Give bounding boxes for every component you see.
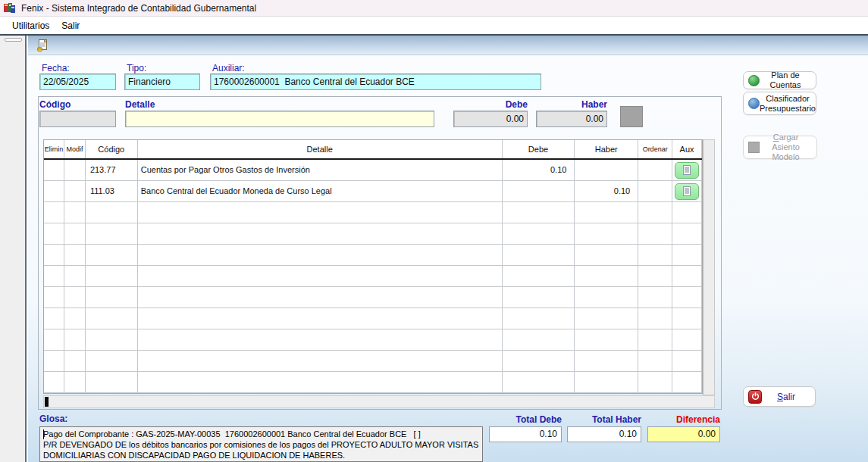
header-haber: Haber [575, 140, 638, 158]
table-cell [138, 372, 503, 393]
cell-detalle: Banco Central del Ecuador Moneda de Curs… [138, 181, 503, 202]
aux-detail-button[interactable] [675, 183, 699, 200]
header-detalle: Detalle [138, 140, 503, 158]
table-cell [503, 287, 575, 308]
table-cell [64, 287, 86, 308]
blue-sphere-icon [748, 98, 760, 109]
table-empty-row[interactable] [44, 372, 702, 393]
panel-grip-handle[interactable] [5, 38, 22, 42]
total-debe-field: 0.10 [489, 426, 562, 442]
table-cell [86, 351, 138, 372]
table-empty-row[interactable] [44, 245, 702, 266]
table-cell [44, 329, 64, 351]
clasificador-presupuestario-button[interactable]: Clasificador Presupuestario [743, 92, 816, 115]
cell-elimin[interactable] [44, 181, 64, 202]
menu-bar: Utilitarios Salir [0, 17, 868, 34]
table-horizontal-scrollbar[interactable] [43, 395, 715, 408]
scrollbar-thumb[interactable] [45, 397, 49, 407]
table-empty-row[interactable] [44, 266, 702, 287]
header-debe: Debe [503, 140, 575, 158]
table-cell [503, 372, 575, 393]
haber-label: Haber [536, 99, 607, 110]
menu-salir[interactable]: Salir [55, 18, 86, 33]
glosa-textarea[interactable]: Pago del Comprobante : GAS-2025-MAY-0003… [39, 426, 483, 462]
table-cell [44, 372, 64, 393]
salir-button[interactable]: Salir [743, 386, 816, 407]
table-cell [138, 287, 503, 308]
tipo-field[interactable]: Financiero [124, 73, 200, 90]
table-cell [638, 372, 672, 393]
plan-de-cuentas-button[interactable]: Plan de Cuentas [743, 71, 816, 89]
cell-detalle: Cuentas por Pagar Otros Gastos de Invers… [138, 160, 503, 181]
title-bar: Fenix - Sistema Integrado de Contabilida… [0, 0, 868, 17]
header-modif: Modif [64, 140, 86, 158]
table-cell [138, 351, 503, 372]
grid-empty-rows [44, 202, 702, 393]
total-debe-label: Total Debe [489, 414, 562, 425]
cell-elimin[interactable] [44, 160, 64, 181]
table-cell [503, 266, 575, 287]
debe-input[interactable]: 0.00 [453, 111, 528, 127]
cell-ordenar[interactable] [638, 160, 672, 181]
table-cell [86, 329, 138, 351]
entries-table: Elimin Modif Código Detalle Debe Haber O… [43, 139, 703, 394]
table-cell [86, 245, 138, 266]
auxiliar-field[interactable]: 1760002600001 Banco Central del Ecuador … [210, 73, 541, 90]
table-cell [86, 202, 138, 223]
table-cell [638, 266, 672, 287]
auxiliar-label: Auxiliar: [212, 63, 245, 73]
table-cell [64, 266, 86, 287]
table-cell [44, 351, 64, 372]
table-cell [44, 223, 64, 245]
fecha-field[interactable]: 22/05/2025 [39, 73, 116, 90]
table-cell [64, 308, 86, 329]
table-cell [138, 308, 503, 329]
clasificador-label: Clasificador Presupuestario [760, 94, 816, 114]
codigo-label: Código [39, 99, 71, 110]
cell-debe [503, 181, 575, 202]
table-cell [575, 245, 638, 266]
table-cell [503, 329, 575, 351]
table-cell [638, 202, 672, 223]
cell-codigo: 111.03 [86, 181, 138, 202]
salir-label: Salir [762, 392, 810, 402]
document-icon [36, 39, 49, 52]
table-empty-row[interactable] [44, 351, 702, 372]
diferencia-label: Diferencia [647, 414, 720, 425]
table-header-row: Elimin Modif Código Detalle Debe Haber O… [44, 140, 702, 160]
table-empty-row[interactable] [44, 223, 702, 245]
cell-haber: 0.10 [575, 181, 638, 202]
table-row[interactable]: 213.77 Cuentas por Pagar Otros Gastos de… [44, 160, 702, 181]
table-empty-row[interactable] [44, 308, 702, 329]
cell-ordenar[interactable] [638, 181, 672, 202]
green-sphere-icon [748, 75, 760, 86]
table-cell [638, 308, 672, 329]
haber-input[interactable]: 0.00 [536, 111, 607, 127]
total-haber-field: 0.10 [567, 426, 641, 442]
table-cell [672, 245, 702, 266]
aux-detail-button[interactable] [675, 162, 699, 179]
table-vertical-scrollbar[interactable] [703, 139, 715, 395]
menu-utilitarios[interactable]: Utilitarios [6, 18, 55, 33]
cell-modif[interactable] [64, 181, 86, 202]
new-document-button[interactable] [35, 38, 50, 53]
table-cell [64, 245, 86, 266]
table-cell [64, 329, 86, 351]
cell-aux [672, 160, 702, 181]
table-empty-row[interactable] [44, 287, 702, 308]
detalle-input[interactable] [125, 111, 434, 127]
gray-square-icon [748, 142, 760, 153]
table-row[interactable]: 111.03 Banco Central del Ecuador Moneda … [44, 181, 702, 202]
power-icon [748, 390, 762, 404]
note-icon [683, 186, 691, 196]
table-cell [503, 308, 575, 329]
table-empty-row[interactable] [44, 329, 702, 351]
table-cell [672, 287, 702, 308]
table-cell [575, 287, 638, 308]
header-aux: Aux [672, 140, 702, 158]
cargar-asiento-modelo-button[interactable]: Cargar Asiento Modelo [743, 136, 817, 159]
add-entry-button[interactable] [620, 106, 643, 127]
cell-modif[interactable] [64, 160, 86, 181]
table-empty-row[interactable] [44, 202, 702, 223]
codigo-input[interactable] [39, 111, 116, 127]
